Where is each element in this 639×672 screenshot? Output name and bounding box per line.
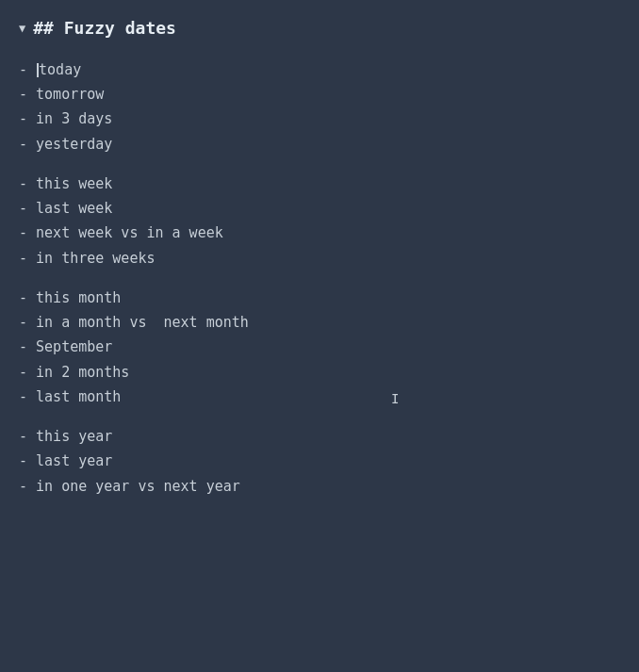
list-item: - in one year vs next year — [19, 474, 620, 499]
list-item: - in 2 months — [19, 360, 620, 385]
section-months: - this month- in a month vs next month- … — [19, 286, 620, 409]
list-item: - September — [19, 335, 620, 359]
list-item: - in three weeks — [19, 246, 620, 270]
list-item: - this year — [19, 424, 620, 449]
list-item: - last month — [19, 385, 620, 409]
page-heading: ▼ ## Fuzzy dates — [19, 15, 620, 42]
text-cursor-block — [37, 63, 39, 77]
section-years: - this year- last year- in one year vs n… — [19, 424, 620, 499]
list-item: - today — [19, 57, 620, 82]
list-item: - this month — [19, 286, 620, 310]
section-weeks: - this week- last week- next week vs in … — [19, 172, 620, 270]
list-item: - next week vs in a week — [19, 221, 620, 245]
list-item: - in 3 days — [19, 107, 620, 131]
list-item: - yesterday — [19, 132, 620, 156]
heading-text: ## Fuzzy dates — [33, 15, 176, 42]
list-item: - last year — [19, 449, 620, 473]
list-item: - last week — [19, 196, 620, 221]
section-days: - today- tomorrow- in 3 days- yesterday — [19, 57, 620, 156]
content-sections: - today- tomorrow- in 3 days- yesterday-… — [19, 57, 620, 499]
main-container: ▼ ## Fuzzy dates - today- tomorrow- in 3… — [0, 0, 639, 529]
list-item: - tomorrow — [19, 82, 620, 107]
list-item: - this week — [19, 172, 620, 196]
list-item: - in a month vs next month — [19, 310, 620, 335]
collapse-arrow[interactable]: ▼ — [19, 20, 25, 38]
